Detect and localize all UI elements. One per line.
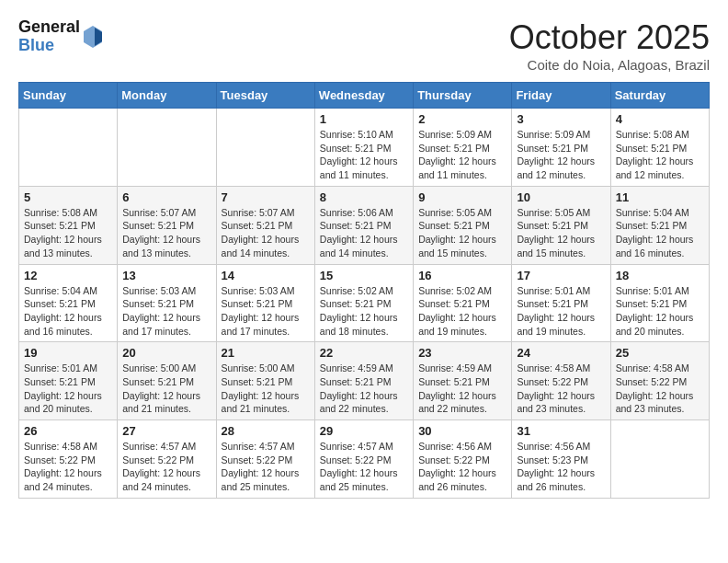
day-number: 3 <box>517 112 605 126</box>
day-info: Sunrise: 5:00 AM Sunset: 5:21 PM Dayligh… <box>222 362 310 416</box>
logo-blue: Blue <box>18 37 80 55</box>
calendar-day-cell <box>216 109 314 187</box>
calendar-day-cell: 15Sunrise: 5:02 AM Sunset: 5:21 PM Dayli… <box>314 264 413 342</box>
day-number: 23 <box>418 346 506 360</box>
day-info: Sunrise: 4:57 AM Sunset: 5:22 PM Dayligh… <box>320 440 408 494</box>
day-info: Sunrise: 5:05 AM Sunset: 5:21 PM Dayligh… <box>517 206 605 260</box>
calendar-day-cell: 2Sunrise: 5:09 AM Sunset: 5:21 PM Daylig… <box>414 109 512 187</box>
day-number: 22 <box>320 346 408 360</box>
day-number: 1 <box>320 112 408 126</box>
day-info: Sunrise: 5:01 AM Sunset: 5:21 PM Dayligh… <box>616 284 704 339</box>
day-number: 10 <box>517 190 605 204</box>
day-number: 9 <box>418 190 506 204</box>
day-number: 30 <box>418 424 506 438</box>
page-header: General Blue October 2025 Coite do Noia,… <box>18 18 710 73</box>
day-number: 20 <box>122 346 210 360</box>
logo: General Blue <box>18 18 104 55</box>
calendar-day-cell <box>19 109 118 187</box>
day-number: 4 <box>616 112 704 126</box>
day-info: Sunrise: 5:08 AM Sunset: 5:21 PM Dayligh… <box>616 128 704 182</box>
calendar-day-cell: 11Sunrise: 5:04 AM Sunset: 5:21 PM Dayli… <box>610 186 709 264</box>
calendar-header-row: SundayMondayTuesdayWednesdayThursdayFrid… <box>19 83 710 109</box>
calendar-day-cell: 19Sunrise: 5:01 AM Sunset: 5:21 PM Dayli… <box>19 342 118 420</box>
day-info: Sunrise: 4:57 AM Sunset: 5:22 PM Dayligh… <box>122 440 210 494</box>
title-block: October 2025 Coite do Noia, Alagoas, Bra… <box>509 18 710 73</box>
day-info: Sunrise: 5:01 AM Sunset: 5:21 PM Dayligh… <box>517 284 605 339</box>
day-info: Sunrise: 4:58 AM Sunset: 5:22 PM Dayligh… <box>616 362 704 416</box>
day-number: 29 <box>320 424 408 438</box>
day-number: 14 <box>222 269 310 282</box>
calendar-day-cell: 16Sunrise: 5:02 AM Sunset: 5:21 PM Dayli… <box>414 264 512 342</box>
day-info: Sunrise: 5:07 AM Sunset: 5:21 PM Dayligh… <box>222 206 310 260</box>
weekday-header: Thursday <box>414 83 512 109</box>
calendar-day-cell: 29Sunrise: 4:57 AM Sunset: 5:22 PM Dayli… <box>314 420 413 499</box>
calendar-day-cell: 6Sunrise: 5:07 AM Sunset: 5:21 PM Daylig… <box>118 186 216 264</box>
calendar-day-cell: 21Sunrise: 5:00 AM Sunset: 5:21 PM Dayli… <box>216 342 314 420</box>
day-number: 2 <box>418 112 506 126</box>
calendar-day-cell: 28Sunrise: 4:57 AM Sunset: 5:22 PM Dayli… <box>216 420 314 499</box>
day-number: 19 <box>24 346 112 360</box>
location-subtitle: Coite do Noia, Alagoas, Brazil <box>509 57 710 73</box>
day-number: 13 <box>122 269 210 282</box>
weekday-header: Friday <box>512 83 610 109</box>
calendar-week-row: 19Sunrise: 5:01 AM Sunset: 5:21 PM Dayli… <box>19 342 710 420</box>
calendar-day-cell: 14Sunrise: 5:03 AM Sunset: 5:21 PM Dayli… <box>216 264 314 342</box>
calendar-day-cell: 24Sunrise: 4:58 AM Sunset: 5:22 PM Dayli… <box>512 342 610 420</box>
day-info: Sunrise: 5:10 AM Sunset: 5:21 PM Dayligh… <box>320 128 408 182</box>
weekday-header: Sunday <box>19 83 118 109</box>
calendar-week-row: 5Sunrise: 5:08 AM Sunset: 5:21 PM Daylig… <box>19 186 710 264</box>
calendar-day-cell: 22Sunrise: 4:59 AM Sunset: 5:21 PM Dayli… <box>314 342 413 420</box>
calendar-day-cell: 23Sunrise: 4:59 AM Sunset: 5:21 PM Dayli… <box>414 342 512 420</box>
calendar-day-cell: 12Sunrise: 5:04 AM Sunset: 5:21 PM Dayli… <box>19 264 118 342</box>
day-number: 31 <box>517 424 605 438</box>
calendar-day-cell: 8Sunrise: 5:06 AM Sunset: 5:21 PM Daylig… <box>314 186 413 264</box>
calendar-day-cell <box>610 420 709 499</box>
calendar-day-cell: 4Sunrise: 5:08 AM Sunset: 5:21 PM Daylig… <box>610 109 709 187</box>
calendar-day-cell: 9Sunrise: 5:05 AM Sunset: 5:21 PM Daylig… <box>414 186 512 264</box>
day-info: Sunrise: 5:06 AM Sunset: 5:21 PM Dayligh… <box>320 206 408 260</box>
calendar-day-cell: 7Sunrise: 5:07 AM Sunset: 5:21 PM Daylig… <box>216 186 314 264</box>
calendar-day-cell: 18Sunrise: 5:01 AM Sunset: 5:21 PM Dayli… <box>610 264 709 342</box>
calendar-day-cell: 3Sunrise: 5:09 AM Sunset: 5:21 PM Daylig… <box>512 109 610 187</box>
day-info: Sunrise: 5:04 AM Sunset: 5:21 PM Dayligh… <box>616 206 704 260</box>
day-number: 16 <box>418 269 506 282</box>
day-info: Sunrise: 4:58 AM Sunset: 5:22 PM Dayligh… <box>517 362 605 416</box>
day-info: Sunrise: 4:56 AM Sunset: 5:23 PM Dayligh… <box>517 440 605 494</box>
day-number: 27 <box>122 424 210 438</box>
day-info: Sunrise: 5:04 AM Sunset: 5:21 PM Dayligh… <box>24 284 112 339</box>
day-info: Sunrise: 4:59 AM Sunset: 5:21 PM Dayligh… <box>320 362 408 416</box>
logo-general: General <box>18 18 80 37</box>
calendar-day-cell: 10Sunrise: 5:05 AM Sunset: 5:21 PM Dayli… <box>512 186 610 264</box>
day-number: 7 <box>222 190 310 204</box>
day-number: 17 <box>517 269 605 282</box>
day-info: Sunrise: 5:05 AM Sunset: 5:21 PM Dayligh… <box>418 206 506 260</box>
day-info: Sunrise: 4:58 AM Sunset: 5:22 PM Dayligh… <box>24 440 112 494</box>
weekday-header: Tuesday <box>216 83 314 109</box>
month-title: October 2025 <box>509 18 710 57</box>
logo-icon <box>82 24 104 50</box>
day-info: Sunrise: 5:03 AM Sunset: 5:21 PM Dayligh… <box>222 284 310 339</box>
calendar-day-cell <box>118 109 216 187</box>
day-info: Sunrise: 5:02 AM Sunset: 5:21 PM Dayligh… <box>320 284 408 339</box>
day-number: 24 <box>517 346 605 360</box>
calendar-day-cell: 1Sunrise: 5:10 AM Sunset: 5:21 PM Daylig… <box>314 109 413 187</box>
day-number: 8 <box>320 190 408 204</box>
calendar-week-row: 26Sunrise: 4:58 AM Sunset: 5:22 PM Dayli… <box>19 420 710 499</box>
calendar-day-cell: 30Sunrise: 4:56 AM Sunset: 5:22 PM Dayli… <box>414 420 512 499</box>
day-info: Sunrise: 4:56 AM Sunset: 5:22 PM Dayligh… <box>418 440 506 494</box>
day-number: 18 <box>616 269 704 282</box>
weekday-header: Monday <box>118 83 216 109</box>
day-info: Sunrise: 5:09 AM Sunset: 5:21 PM Dayligh… <box>418 128 506 182</box>
day-info: Sunrise: 5:07 AM Sunset: 5:21 PM Dayligh… <box>122 206 210 260</box>
day-number: 28 <box>222 424 310 438</box>
day-number: 5 <box>24 190 112 204</box>
calendar-week-row: 1Sunrise: 5:10 AM Sunset: 5:21 PM Daylig… <box>19 109 710 187</box>
calendar-day-cell: 17Sunrise: 5:01 AM Sunset: 5:21 PM Dayli… <box>512 264 610 342</box>
day-info: Sunrise: 4:57 AM Sunset: 5:22 PM Dayligh… <box>222 440 310 494</box>
calendar-day-cell: 31Sunrise: 4:56 AM Sunset: 5:23 PM Dayli… <box>512 420 610 499</box>
day-number: 12 <box>24 269 112 282</box>
day-number: 21 <box>222 346 310 360</box>
calendar-day-cell: 20Sunrise: 5:00 AM Sunset: 5:21 PM Dayli… <box>118 342 216 420</box>
day-number: 6 <box>122 190 210 204</box>
calendar-day-cell: 25Sunrise: 4:58 AM Sunset: 5:22 PM Dayli… <box>610 342 709 420</box>
